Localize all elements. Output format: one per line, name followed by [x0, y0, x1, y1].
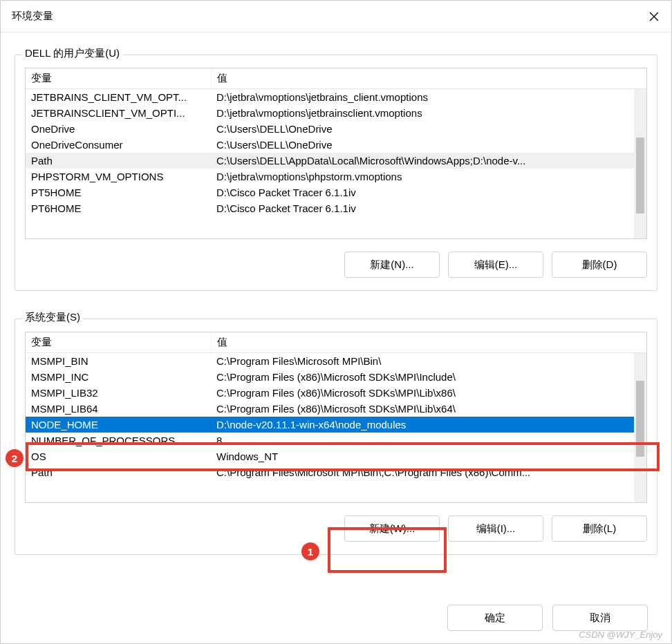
system-variables-legend: 系统变量(S) [22, 311, 83, 324]
cell-value: D:\jetbra\vmoptions\phpstorm.vmoptions [211, 169, 646, 184]
cell-value: D:\Cisco Packet Tracer 6.1.1iv [211, 200, 646, 216]
cell-value: C:\Users\DELL\OneDrive [211, 137, 646, 153]
table-row[interactable]: OneDriveConsumerC:\Users\DELL\OneDrive [26, 137, 646, 153]
cell-value: C:\Program Files (x86)\Microsoft SDKs\MP… [211, 385, 646, 401]
annotation-badge-2: 2 [6, 449, 24, 467]
user-variables-table: 变量 值 JETBRAINS_CLIENT_VM_OPT...D:\jetbra… [26, 68, 646, 216]
watermark: CSDN @WJY_Enjoy [579, 629, 662, 640]
system-variables-group: 系统变量(S) 变量 值 MSMPI_BINC:\Program File [15, 319, 657, 555]
sys-delete-button[interactable]: 删除(L) [552, 515, 647, 542]
user-variables-group: DELL 的用户变量(U) 变量 值 JETBRAINS_CLIENT_V [15, 55, 657, 291]
user-col-header-variable[interactable]: 变量 [26, 68, 211, 89]
dialog-content: DELL 的用户变量(U) 变量 值 JETBRAINS_CLIENT_V [1, 32, 671, 643]
cell-variable: NODE_HOME [26, 417, 211, 433]
sys-col-header-value[interactable]: 值 [211, 332, 646, 353]
sys-edit-button[interactable]: 编辑(I)... [448, 515, 543, 542]
cancel-button[interactable]: 取消 [552, 605, 648, 631]
user-col-header-value[interactable]: 值 [211, 68, 646, 89]
cell-variable: OneDriveConsumer [26, 137, 211, 153]
system-variables-scroll[interactable]: 变量 值 MSMPI_BINC:\Program Files\Microsoft… [26, 332, 646, 502]
table-row[interactable]: MSMPI_BINC:\Program Files\Microsoft MPI\… [26, 353, 646, 370]
user-scrollbar-thumb[interactable] [636, 138, 644, 214]
close-icon [649, 12, 659, 21]
user-delete-button[interactable]: 删除(D) [552, 252, 647, 278]
system-variables-table-wrap: 变量 值 MSMPI_BINC:\Program Files\Microsoft… [25, 332, 647, 503]
cell-value: C:\Program Files (x86)\Microsoft SDKs\MP… [211, 401, 646, 417]
close-button[interactable] [637, 1, 671, 32]
table-row[interactable]: NUMBER_OF_PROCESSORS8 [26, 433, 646, 448]
user-button-row: 新建(N)... 编辑(E)... 删除(D) [25, 252, 647, 278]
table-row[interactable]: MSMPI_INCC:\Program Files (x86)\Microsof… [26, 369, 646, 385]
user-edit-button[interactable]: 编辑(E)... [448, 252, 543, 278]
window-title: 环境变量 [12, 10, 53, 23]
cell-value: 8 [211, 433, 646, 448]
cell-value: D:\jetbra\vmoptions\jetbrains_client.vmo… [211, 89, 646, 106]
table-row[interactable]: JETBRAINS_CLIENT_VM_OPT...D:\jetbra\vmop… [26, 89, 646, 106]
cell-value: D:\jetbra\vmoptions\jetbrainsclient.vmop… [211, 105, 646, 121]
cell-value: D:\node-v20.11.1-win-x64\node_modules [211, 417, 646, 433]
cell-variable: OneDrive [26, 121, 211, 137]
sys-scrollbar-thumb[interactable] [636, 381, 644, 457]
cell-value: D:\Cisco Packet Tracer 6.1.1iv [211, 184, 646, 200]
cell-variable: MSMPI_INC [26, 369, 211, 385]
cell-value: C:\Program Files (x86)\Microsoft SDKs\MP… [211, 369, 646, 385]
table-row[interactable]: MSMPI_LIB64C:\Program Files (x86)\Micros… [26, 401, 646, 417]
sys-new-button[interactable]: 新建(W)... [344, 515, 440, 542]
table-row[interactable]: MSMPI_LIB32C:\Program Files (x86)\Micros… [26, 385, 646, 401]
user-variables-legend: DELL 的用户变量(U) [22, 47, 122, 60]
table-row[interactable]: JETBRAINSCLIENT_VM_OPTI...D:\jetbra\vmop… [26, 105, 646, 121]
system-variables-table: 变量 值 MSMPI_BINC:\Program Files\Microsoft… [26, 332, 646, 480]
cell-variable: Path [26, 464, 211, 480]
user-variables-scroll[interactable]: 变量 值 JETBRAINS_CLIENT_VM_OPT...D:\jetbra… [26, 68, 646, 238]
table-row[interactable]: OneDriveC:\Users\DELL\OneDrive [26, 121, 646, 137]
cell-variable: MSMPI_LIB64 [26, 401, 211, 417]
cell-variable: OS [26, 448, 211, 464]
annotation-badge-1: 1 [301, 542, 319, 560]
cell-value: C:\Program Files\Microsoft MPI\Bin\ [211, 353, 646, 370]
cell-variable: MSMPI_LIB32 [26, 385, 211, 401]
cell-variable: Path [26, 153, 211, 169]
cell-variable: MSMPI_BIN [26, 353, 211, 370]
table-row[interactable]: PHPSTORM_VM_OPTIONSD:\jetbra\vmoptions\p… [26, 169, 646, 184]
table-row[interactable]: NODE_HOMED:\node-v20.11.1-win-x64\node_m… [26, 417, 646, 433]
sys-scrollbar[interactable] [634, 353, 646, 502]
titlebar: 环境变量 [1, 1, 671, 32]
table-row[interactable]: PT6HOMED:\Cisco Packet Tracer 6.1.1iv [26, 200, 646, 216]
table-row[interactable]: OSWindows_NT [26, 448, 646, 464]
cell-variable: JETBRAINSCLIENT_VM_OPTI... [26, 105, 211, 121]
user-variables-table-wrap: 变量 值 JETBRAINS_CLIENT_VM_OPT...D:\jetbra… [25, 68, 647, 239]
footer-row: 确定 取消 [8, 596, 664, 643]
cell-variable: PT6HOME [26, 200, 211, 216]
cell-variable: NUMBER_OF_PROCESSORS [26, 433, 211, 448]
table-row[interactable]: PathC:\Program Files\Microsoft MPI\Bin\;… [26, 464, 646, 480]
ok-button[interactable]: 确定 [447, 605, 543, 631]
sys-col-header-variable[interactable]: 变量 [26, 332, 211, 353]
table-row[interactable]: PathC:\Users\DELL\AppData\Local\Microsof… [26, 153, 646, 169]
user-new-button[interactable]: 新建(N)... [344, 252, 440, 278]
cell-variable: PT5HOME [26, 184, 211, 200]
cell-variable: PHPSTORM_VM_OPTIONS [26, 169, 211, 184]
cell-value: C:\Users\DELL\OneDrive [211, 121, 646, 137]
cell-value: C:\Users\DELL\AppData\Local\Microsoft\Wi… [211, 153, 646, 169]
table-row[interactable]: PT5HOMED:\Cisco Packet Tracer 6.1.1iv [26, 184, 646, 200]
cell-variable: JETBRAINS_CLIENT_VM_OPT... [26, 89, 211, 106]
user-scrollbar[interactable] [634, 89, 646, 238]
cell-value: C:\Program Files\Microsoft MPI\Bin\;C:\P… [211, 464, 646, 480]
cell-value: Windows_NT [211, 448, 646, 464]
environment-variables-dialog: 环境变量 DELL 的用户变量(U) 变量 值 [0, 0, 672, 644]
sys-button-row: 新建(W)... 编辑(I)... 删除(L) [25, 515, 647, 542]
